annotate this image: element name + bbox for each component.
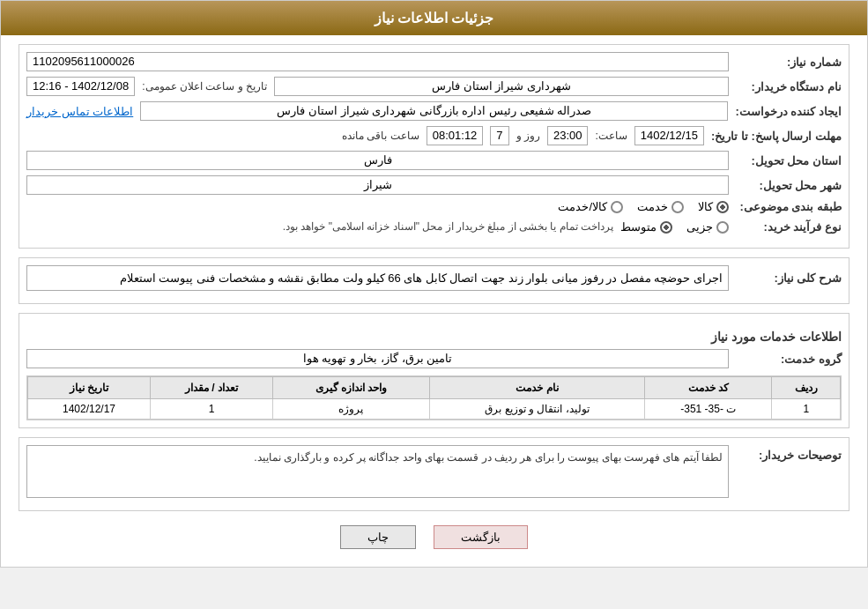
category-khedmat[interactable]: خدمت xyxy=(637,200,684,213)
deadline-time: 23:00 xyxy=(547,126,589,145)
purchase-motevaset[interactable]: متوسط xyxy=(620,220,672,234)
col-row: ردیف xyxy=(772,377,841,399)
services-table-wrapper: ردیف کد خدمت نام خدمت واحد اندازه گیری ت… xyxy=(26,375,842,420)
col-name: نام خدمت xyxy=(429,377,644,399)
category-kala-khedmat[interactable]: کالا/خدمت xyxy=(558,200,623,213)
org-value: شهرداری شیراز استان فارس xyxy=(274,77,729,96)
radio-jozi-label: جزیی xyxy=(686,220,713,234)
radio-khedmat-label: خدمت xyxy=(637,200,668,213)
main-content: شماره نیاز: 1102095611000026 نام دستگاه … xyxy=(1,35,867,567)
public-announce-value: 1402/12/08 - 12:16 xyxy=(26,77,135,96)
services-title: اطلاعات خدمات مورد نیاز xyxy=(26,330,842,344)
buyer-notes-section: توصیحات خریدار: لطفا آیتم های فهرست بهای… xyxy=(19,437,849,511)
category-label: طبقه بندی موضوعی: xyxy=(736,200,842,213)
org-label: نام دستگاه خریدار: xyxy=(736,80,842,93)
deadline-label: مهلت ارسال پاسخ: تا تاریخ: xyxy=(711,130,842,143)
org-announce-row: نام دستگاه خریدار: شهرداری شیراز استان ف… xyxy=(26,77,842,96)
buyer-notes-label: توصیحات خریدار: xyxy=(736,445,842,462)
table-header-row: ردیف کد خدمت نام خدمت واحد اندازه گیری ت… xyxy=(28,377,841,399)
need-number-row: شماره نیاز: 1102095611000026 xyxy=(26,52,842,71)
purchase-type-row: نوع فرآیند خرید: جزیی متوسط پرداخت تمام … xyxy=(26,219,842,235)
radio-khedmat-icon xyxy=(671,201,684,213)
col-qty: تعداد / مقدار xyxy=(151,377,273,399)
creator-row: ایجاد کننده درخواست: صدراله شفیعی رئیس ا… xyxy=(26,101,842,121)
deadline-time-label: ساعت: xyxy=(595,130,627,142)
radio-kala-label: کالا xyxy=(698,200,713,213)
radio-jozi-icon xyxy=(716,221,729,234)
deadline-remain: 08:01:12 xyxy=(427,126,484,145)
deadline-days-label: روز و xyxy=(516,130,540,142)
buyer-notes-text: لطفا آیتم های فهرست بهای پیوست را برای ه… xyxy=(26,445,729,498)
radio-motevaset-icon xyxy=(660,221,672,234)
city-row: شهر محل تحویل: شیراز xyxy=(26,175,842,195)
buttons-row: بازگشت چاپ xyxy=(19,525,849,549)
description-row: شرح کلی نیاز: اجرای حوضچه مفصل در رفوز م… xyxy=(26,265,842,291)
print-button[interactable]: چاپ xyxy=(340,525,416,549)
city-label: شهر محل تحویل: xyxy=(736,179,842,192)
description-section: شرح کلی نیاز: اجرای حوضچه مفصل در رفوز م… xyxy=(19,257,849,304)
category-kala[interactable]: کالا xyxy=(698,200,729,213)
need-number-value: 1102095611000026 xyxy=(26,52,729,71)
deadline-remain-label: ساعت باقی مانده xyxy=(342,130,419,142)
need-number-label: شماره نیاز: xyxy=(736,56,842,69)
category-options: کالا خدمت کالا/خدمت xyxy=(558,200,729,213)
back-button[interactable]: بازگشت xyxy=(434,525,528,549)
service-group-row: گروه خدمت: تامین برق، گاز، بخار و تهویه … xyxy=(26,349,842,368)
page-header: جزئیات اطلاعات نیاز xyxy=(1,1,867,35)
services-section: اطلاعات خدمات مورد نیاز گروه خدمت: تامین… xyxy=(19,313,849,428)
radio-kala-icon xyxy=(716,201,729,213)
radio-kala-khedmat-label: کالا/خدمت xyxy=(558,200,607,213)
city-value: شیراز xyxy=(26,175,729,195)
creator-label: ایجاد کننده درخواست: xyxy=(735,105,842,118)
service-group-value: تامین برق، گاز، بخار و تهویه هوا xyxy=(26,349,729,368)
description-label: شرح کلی نیاز: xyxy=(736,271,842,285)
public-announce-label: تاریخ و ساعت اعلان عمومی: xyxy=(142,80,267,93)
radio-motevaset-label: متوسط xyxy=(620,220,657,234)
col-date: تاریخ نیاز xyxy=(28,377,151,399)
deadline-days: 7 xyxy=(490,126,508,145)
col-code: کد خدمت xyxy=(645,377,772,399)
purchase-jozi[interactable]: جزیی xyxy=(686,220,729,234)
col-unit: واحد اندازه گیری xyxy=(272,377,429,399)
purchase-type-options: جزیی متوسط xyxy=(620,220,729,234)
page-wrapper: جزئیات اطلاعات نیاز شماره نیاز: 11020956… xyxy=(0,0,868,568)
category-row: طبقه بندی موضوعی: کالا خدمت کالا/خدمت xyxy=(26,200,842,213)
radio-kala-khedmat-icon xyxy=(611,201,623,213)
province-label: استان محل تحویل: xyxy=(736,154,842,167)
purchase-type-label: نوع فرآیند خرید: xyxy=(736,220,842,234)
province-value: فارس xyxy=(26,151,729,170)
creator-value: صدراله شفیعی رئیس اداره بازرگانی شهرداری… xyxy=(140,101,728,121)
table-row: 1ت -35- 351-تولید، انتقال و توزیع برقپرو… xyxy=(28,399,841,420)
main-form-section: شماره نیاز: 1102095611000026 نام دستگاه … xyxy=(19,44,849,249)
buyer-notes-row: توصیحات خریدار: لطفا آیتم های فهرست بهای… xyxy=(26,445,842,498)
deadline-row: مهلت ارسال پاسخ: تا تاریخ: 1402/12/15 سا… xyxy=(26,126,842,145)
page-title: جزئیات اطلاعات نیاز xyxy=(375,11,494,26)
deadline-date: 1402/12/15 xyxy=(634,126,704,145)
service-group-label: گروه خدمت: xyxy=(736,353,842,366)
services-table: ردیف کد خدمت نام خدمت واحد اندازه گیری ت… xyxy=(27,376,841,420)
description-text: اجرای حوضچه مفصل در رفوز میانی بلوار زند… xyxy=(26,265,729,291)
province-row: استان محل تحویل: فارس xyxy=(26,151,842,170)
purchase-note: پرداخت تمام یا بخشی از مبلغ خریدار از مح… xyxy=(283,219,613,235)
contact-link[interactable]: اطلاعات تماس خریدار xyxy=(26,105,133,118)
